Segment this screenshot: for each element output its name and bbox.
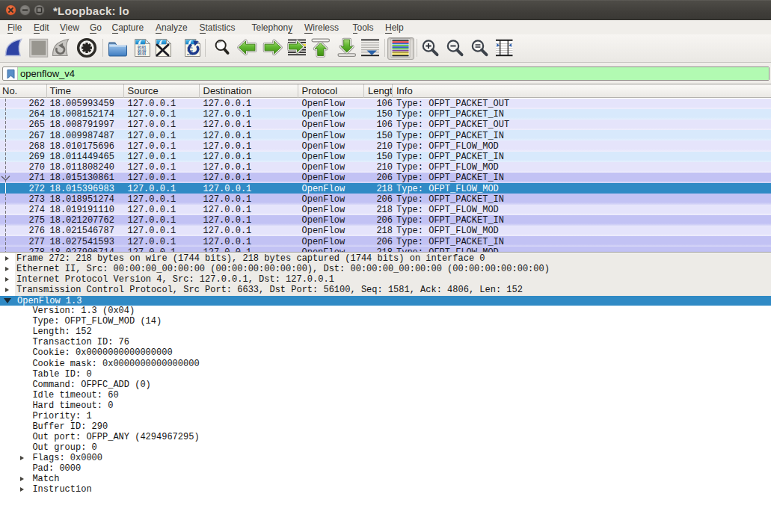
svg-text:0111: 0111: [138, 52, 146, 56]
